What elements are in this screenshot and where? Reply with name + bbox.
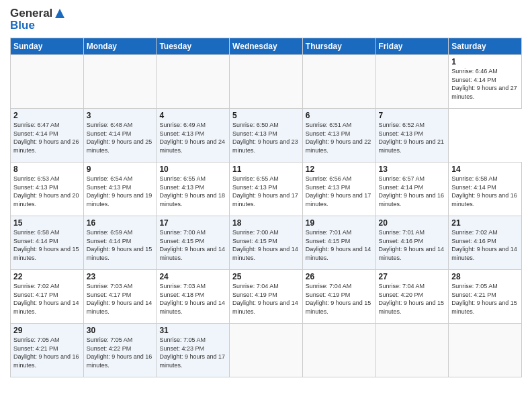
day-info: Sunrise: 7:01 AMSunset: 4:16 PMDaylight:… bbox=[379, 228, 446, 262]
calendar-cell: 7Sunrise: 6:52 AMSunset: 4:13 PMDaylight… bbox=[375, 109, 449, 163]
calendar-cell bbox=[449, 324, 522, 377]
day-number: 25 bbox=[232, 272, 300, 281]
calendar-cell bbox=[302, 324, 375, 377]
calendar-cell bbox=[375, 55, 449, 109]
day-info: Sunrise: 6:56 AMSunset: 4:13 PMDaylight:… bbox=[306, 175, 373, 208]
calendar-cell: 8Sunrise: 6:53 AMSunset: 4:13 PMDaylight… bbox=[11, 163, 84, 216]
calendar-cell: 21Sunrise: 7:02 AMSunset: 4:16 PMDayligh… bbox=[449, 216, 522, 270]
day-info: Sunrise: 6:58 AMSunset: 4:14 PMDaylight:… bbox=[451, 175, 519, 208]
calendar-cell: 5Sunrise: 6:50 AMSunset: 4:13 PMDaylight… bbox=[230, 109, 303, 163]
calendar-cell: 25Sunrise: 7:04 AMSunset: 4:19 PMDayligh… bbox=[230, 270, 303, 324]
calendar-cell bbox=[375, 324, 449, 377]
calendar-page: General Blue SundayMondayTuesdayWednesda… bbox=[0, 0, 532, 411]
day-header-sunday: Sunday bbox=[11, 38, 84, 55]
day-info: Sunrise: 6:57 AMSunset: 4:14 PMDaylight:… bbox=[379, 175, 446, 208]
day-header-monday: Monday bbox=[83, 38, 157, 55]
day-number: 1 bbox=[451, 57, 519, 66]
logo-general-text: General bbox=[10, 7, 52, 20]
calendar-cell: 18Sunrise: 7:00 AMSunset: 4:15 PMDayligh… bbox=[230, 216, 303, 270]
calendar-cell bbox=[157, 55, 230, 109]
day-info: Sunrise: 7:04 AMSunset: 4:19 PMDaylight:… bbox=[306, 282, 373, 316]
day-number: 6 bbox=[306, 111, 373, 120]
calendar-cell: 1Sunrise: 6:46 AMSunset: 4:14 PMDaylight… bbox=[449, 55, 522, 109]
day-number: 4 bbox=[159, 111, 226, 120]
day-info: Sunrise: 6:49 AMSunset: 4:13 PMDaylight:… bbox=[159, 121, 226, 154]
day-number: 23 bbox=[87, 272, 154, 281]
day-number: 24 bbox=[159, 272, 226, 281]
day-info: Sunrise: 7:02 AMSunset: 4:17 PMDaylight:… bbox=[13, 282, 81, 316]
calendar-cell: 27Sunrise: 7:04 AMSunset: 4:20 PMDayligh… bbox=[375, 270, 449, 324]
day-info: Sunrise: 7:05 AMSunset: 4:22 PMDaylight:… bbox=[87, 336, 154, 369]
day-number: 31 bbox=[159, 326, 226, 335]
day-info: Sunrise: 7:02 AMSunset: 4:16 PMDaylight:… bbox=[451, 228, 519, 262]
day-number: 14 bbox=[451, 165, 519, 174]
day-number: 19 bbox=[306, 218, 373, 228]
calendar-cell: 11Sunrise: 6:55 AMSunset: 4:13 PMDayligh… bbox=[230, 163, 303, 216]
calendar-cell: 26Sunrise: 7:04 AMSunset: 4:19 PMDayligh… bbox=[302, 270, 375, 324]
day-info: Sunrise: 6:53 AMSunset: 4:13 PMDaylight:… bbox=[13, 175, 81, 208]
calendar-cell: 17Sunrise: 7:00 AMSunset: 4:15 PMDayligh… bbox=[157, 216, 230, 270]
svg-marker-0 bbox=[55, 9, 64, 18]
day-info: Sunrise: 7:05 AMSunset: 4:21 PMDaylight:… bbox=[13, 336, 81, 369]
day-info: Sunrise: 6:54 AMSunset: 4:13 PMDaylight:… bbox=[87, 175, 154, 208]
day-info: Sunrise: 7:05 AMSunset: 4:23 PMDaylight:… bbox=[159, 336, 226, 369]
day-number: 15 bbox=[13, 218, 81, 228]
logo-icon bbox=[54, 7, 66, 19]
calendar-cell: 19Sunrise: 7:01 AMSunset: 4:15 PMDayligh… bbox=[302, 216, 375, 270]
calendar-cell: 31Sunrise: 7:05 AMSunset: 4:23 PMDayligh… bbox=[157, 324, 230, 377]
day-header-friday: Friday bbox=[375, 38, 449, 55]
day-number: 10 bbox=[159, 165, 226, 174]
day-number: 2 bbox=[13, 111, 81, 120]
calendar-cell: 9Sunrise: 6:54 AMSunset: 4:13 PMDaylight… bbox=[83, 163, 157, 216]
calendar-week-row: 29Sunrise: 7:05 AMSunset: 4:21 PMDayligh… bbox=[11, 324, 522, 377]
calendar-cell: 12Sunrise: 6:56 AMSunset: 4:13 PMDayligh… bbox=[302, 163, 375, 216]
day-number: 29 bbox=[13, 326, 81, 335]
day-number: 20 bbox=[379, 218, 446, 228]
calendar-cell: 3Sunrise: 6:48 AMSunset: 4:14 PMDaylight… bbox=[83, 109, 157, 163]
day-info: Sunrise: 6:55 AMSunset: 4:13 PMDaylight:… bbox=[159, 175, 226, 208]
day-number: 7 bbox=[379, 111, 446, 120]
calendar-cell: 28Sunrise: 7:05 AMSunset: 4:21 PMDayligh… bbox=[449, 270, 522, 324]
calendar-cell: 14Sunrise: 6:58 AMSunset: 4:14 PMDayligh… bbox=[449, 163, 522, 216]
header: General Blue bbox=[10, 7, 522, 32]
day-number: 28 bbox=[451, 272, 519, 281]
calendar-cell: 13Sunrise: 6:57 AMSunset: 4:14 PMDayligh… bbox=[375, 163, 449, 216]
day-info: Sunrise: 7:04 AMSunset: 4:19 PMDaylight:… bbox=[232, 282, 300, 316]
day-number: 9 bbox=[87, 165, 154, 174]
calendar-week-row: 8Sunrise: 6:53 AMSunset: 4:13 PMDaylight… bbox=[11, 163, 522, 216]
day-info: Sunrise: 7:00 AMSunset: 4:15 PMDaylight:… bbox=[159, 228, 226, 262]
day-number: 13 bbox=[379, 165, 446, 174]
day-number: 12 bbox=[306, 165, 373, 174]
calendar-cell bbox=[11, 55, 84, 109]
day-number: 21 bbox=[451, 218, 519, 228]
day-info: Sunrise: 7:03 AMSunset: 4:17 PMDaylight:… bbox=[87, 282, 154, 316]
day-header-wednesday: Wednesday bbox=[230, 38, 303, 55]
day-number: 27 bbox=[379, 272, 446, 281]
day-info: Sunrise: 6:48 AMSunset: 4:14 PMDaylight:… bbox=[87, 121, 154, 154]
calendar-cell: 4Sunrise: 6:49 AMSunset: 4:13 PMDaylight… bbox=[157, 109, 230, 163]
calendar-cell bbox=[230, 55, 303, 109]
day-header-thursday: Thursday bbox=[302, 38, 375, 55]
day-info: Sunrise: 6:46 AMSunset: 4:14 PMDaylight:… bbox=[451, 67, 519, 101]
calendar-cell: 6Sunrise: 6:51 AMSunset: 4:13 PMDaylight… bbox=[302, 109, 375, 163]
calendar-cell: 23Sunrise: 7:03 AMSunset: 4:17 PMDayligh… bbox=[83, 270, 157, 324]
day-info: Sunrise: 6:51 AMSunset: 4:13 PMDaylight:… bbox=[306, 121, 373, 154]
calendar-cell bbox=[302, 55, 375, 109]
day-header-tuesday: Tuesday bbox=[157, 38, 230, 55]
day-number: 18 bbox=[232, 218, 300, 228]
calendar-cell: 30Sunrise: 7:05 AMSunset: 4:22 PMDayligh… bbox=[83, 324, 157, 377]
day-number: 5 bbox=[232, 111, 300, 120]
day-header-saturday: Saturday bbox=[449, 38, 522, 55]
day-number: 17 bbox=[159, 218, 226, 228]
day-info: Sunrise: 6:55 AMSunset: 4:13 PMDaylight:… bbox=[232, 175, 300, 208]
logo-blue-text: Blue bbox=[10, 19, 35, 32]
day-info: Sunrise: 6:58 AMSunset: 4:14 PMDaylight:… bbox=[13, 228, 81, 262]
calendar-cell: 15Sunrise: 6:58 AMSunset: 4:14 PMDayligh… bbox=[11, 216, 84, 270]
calendar-week-row: 2Sunrise: 6:47 AMSunset: 4:14 PMDaylight… bbox=[11, 109, 522, 163]
calendar-cell bbox=[230, 324, 303, 377]
day-number: 16 bbox=[87, 218, 154, 228]
calendar-cell: 2Sunrise: 6:47 AMSunset: 4:14 PMDaylight… bbox=[11, 109, 84, 163]
day-info: Sunrise: 7:05 AMSunset: 4:21 PMDaylight:… bbox=[451, 282, 519, 316]
day-number: 11 bbox=[232, 165, 300, 174]
calendar-cell: 22Sunrise: 7:02 AMSunset: 4:17 PMDayligh… bbox=[11, 270, 84, 324]
